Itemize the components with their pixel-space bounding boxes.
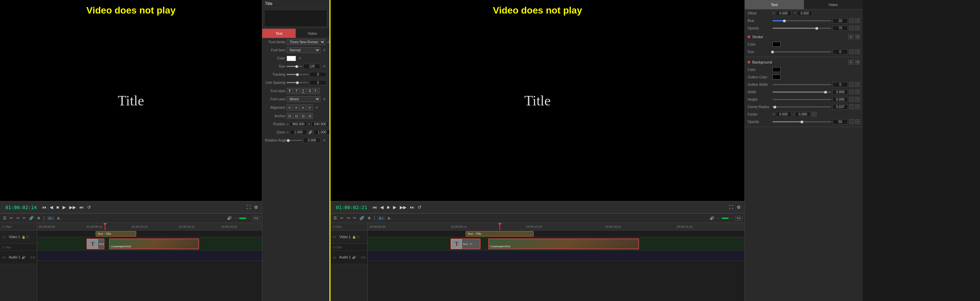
anchor-1[interactable]: ⊡ [286, 113, 293, 119]
size-reset[interactable]: ↺ [322, 64, 326, 69]
bg-corner-value[interactable]: 0.037 [833, 104, 848, 110]
rotation-value[interactable]: 0.000 [304, 138, 320, 143]
color-reset[interactable]: ↺ [298, 56, 302, 61]
a1-mute-icon[interactable]: 🔊 [22, 256, 25, 259]
position-x-value[interactable]: 960.000 [290, 122, 307, 127]
blue-value[interactable]: 20 [833, 18, 848, 23]
strikethrough-button[interactable]: T [307, 88, 313, 94]
bg-settings-btn[interactable]: ⚙ [855, 60, 860, 65]
size-value[interactable]: 128 [304, 64, 320, 69]
bg-height-minus-btn[interactable]: - [849, 97, 854, 102]
bg-outline-color-swatch[interactable] [773, 75, 781, 80]
right-title-clip-top[interactable]: Text - Title [466, 231, 534, 236]
bg-opacity-slider[interactable] [773, 121, 831, 122]
stroke-size-value[interactable]: 0 [833, 49, 848, 54]
bg-outline-width-slider[interactable] [773, 84, 831, 85]
font-face-select[interactable]: Normal [286, 47, 320, 53]
right-step-forward-button[interactable]: ▶▶ [399, 204, 407, 210]
bg-width-value[interactable]: 0.900 [833, 89, 848, 95]
prop-tab-text[interactable]: Text [262, 29, 296, 38]
tracking-slider[interactable] [286, 74, 308, 75]
font-case-select[interactable]: Mixed [286, 96, 320, 102]
zoom-link-icon[interactable]: 🔗 [308, 130, 312, 135]
anchor-3[interactable]: ⊡ [300, 113, 306, 119]
bg-color-swatch[interactable] [773, 67, 781, 72]
timeline-scissors-button[interactable]: ✂ [22, 215, 27, 221]
prop-tab-video[interactable]: Video [296, 29, 329, 38]
timeline-zoom-out-button[interactable]: A- [56, 216, 62, 221]
bg-visibility-btn[interactable]: ● [848, 60, 853, 65]
left-title-clip-top[interactable]: Text - Title [95, 231, 136, 236]
bold-button[interactable]: T [286, 88, 293, 94]
step-back-button[interactable]: ◀ [49, 204, 54, 210]
right-fx-button[interactable]: FX [735, 216, 743, 221]
loop-button[interactable]: ↺ [86, 204, 92, 210]
timeline-audio-button[interactable]: 🔊 [226, 215, 233, 221]
position-y-value[interactable]: 540.000 [312, 122, 328, 127]
timeline-redo-button[interactable]: ↪ [15, 215, 20, 221]
right-a1-mute-icon[interactable]: 🔊 [352, 256, 356, 259]
bg-opacity-value[interactable]: 50 [833, 119, 848, 124]
play-button[interactable]: ▶ [62, 204, 67, 210]
timeline-undo-button[interactable]: ↩ [9, 215, 14, 221]
bg-opacity-minus-btn[interactable]: - [849, 119, 854, 124]
rprop-tab-video[interactable]: Video [804, 0, 863, 9]
right-timeline-scissors-button[interactable]: ✂ [352, 215, 357, 221]
right-v1-eye-icon[interactable]: ☐ [356, 236, 359, 239]
go-to-end-button[interactable]: ⏭ [78, 204, 85, 210]
opacity-plus-btn[interactable]: + [855, 25, 860, 30]
bg-height-value[interactable]: 0.000 [833, 97, 848, 102]
stroke-plus-btn[interactable]: + [855, 49, 860, 54]
bg-width-slider[interactable] [773, 92, 831, 92]
bg-center-y-value[interactable]: 0.000 [795, 112, 810, 117]
fullscreen-button[interactable]: ⛶ [245, 204, 252, 210]
rotation-reset[interactable]: ↺ [322, 138, 326, 143]
line-spacing-value[interactable]: 0 [310, 80, 326, 85]
offset-y-value[interactable]: 0.000 [797, 11, 812, 16]
size-slider[interactable] [286, 66, 302, 67]
right-text-clip[interactable]: T Text - T... [450, 239, 480, 249]
bg-center-x-value[interactable]: 0.000 [776, 112, 791, 117]
right-timeline-undo-button[interactable]: ↩ [339, 215, 344, 221]
underline-button[interactable]: T [300, 88, 306, 94]
timeline-link-button[interactable]: 🔗 [28, 215, 35, 221]
opacity-minus-btn[interactable]: - [849, 25, 854, 30]
timeline-magnet-button[interactable]: ⊕ [36, 215, 41, 221]
right-step-back-button[interactable]: ◀ [379, 204, 385, 210]
stroke-section-header[interactable]: Stroke ● ⚙ [745, 33, 863, 41]
timeline-zoom-in-button[interactable]: A+ [47, 216, 55, 221]
align-center-button[interactable]: ≡ [293, 104, 299, 110]
color-swatch[interactable] [286, 56, 296, 61]
right-play-button[interactable]: ▶ [392, 204, 398, 210]
bg-corner-slider[interactable] [773, 107, 831, 107]
rprop-tab-text[interactable]: Text [745, 0, 804, 9]
right-loop-button[interactable]: ↺ [417, 204, 422, 210]
bg-section-header[interactable]: Background ● ⚙ [745, 59, 863, 66]
right-audio-button[interactable]: 🔊 [709, 215, 715, 221]
opacity-value[interactable]: 75 [833, 25, 848, 31]
right-settings-button[interactable]: ⚙ [736, 204, 742, 210]
go-to-start-button[interactable]: ⏮ [41, 204, 47, 210]
v1-lock-icon[interactable]: 🔒 [22, 236, 25, 239]
right-timeline-redo-button[interactable]: ↪ [346, 215, 351, 221]
tracking-value[interactable]: 0 [310, 72, 326, 77]
font-case-reset[interactable]: ↺ [322, 97, 326, 102]
bg-corner-plus-btn[interactable]: + [855, 104, 860, 109]
left-text-clip[interactable]: T Text - T... [86, 239, 104, 249]
timeline-add-button[interactable]: ☰ [2, 215, 8, 221]
opacity-slider[interactable] [773, 28, 831, 29]
v1-eye-icon[interactable]: ☐ [26, 236, 29, 239]
stroke-visibility-btn[interactable]: ● [848, 35, 853, 39]
right-timeline-link-button[interactable]: 🔗 [358, 215, 365, 221]
right-timeline-add-button[interactable]: ☰ [332, 215, 338, 221]
caps-button[interactable]: T... [313, 88, 320, 94]
right-go-to-start-button[interactable]: ⏮ [371, 204, 378, 210]
bg-center-plus-btn[interactable]: + [812, 112, 816, 116]
right-timeline-zoom-in-button[interactable]: A+ [377, 216, 385, 221]
bg-outline-minus-btn[interactable]: - [849, 82, 854, 87]
stop-button[interactable]: ■ [56, 204, 60, 210]
align-justify-button[interactable]: ≡ [307, 104, 313, 110]
font-family-select[interactable]: Times New Roman [286, 39, 325, 45]
bg-width-plus-btn[interactable]: + [855, 89, 860, 94]
step-forward-button[interactable]: ▶▶ [68, 204, 77, 210]
